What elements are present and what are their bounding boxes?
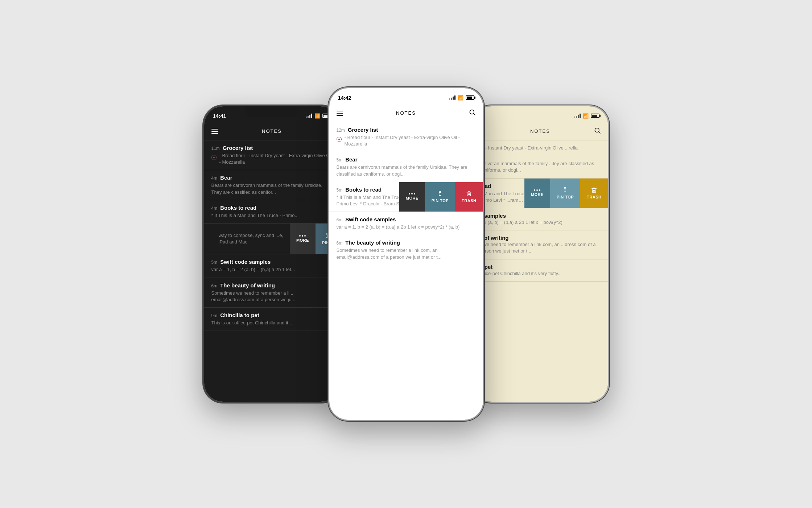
header-left-center[interactable] bbox=[337, 111, 343, 116]
pin-icon-right bbox=[562, 187, 568, 193]
pin-icon-grocery-center bbox=[337, 137, 342, 142]
app-header-right: NOTES bbox=[473, 122, 608, 140]
swipe-pin-btn-right[interactable]: PIN TOP bbox=[550, 179, 580, 208]
header-right-center[interactable] bbox=[469, 108, 476, 118]
swipe-more-btn-left[interactable]: MORE bbox=[290, 224, 316, 254]
swipe-trash-label-center: TRASH bbox=[462, 198, 476, 203]
svg-point-3 bbox=[470, 110, 474, 114]
hamburger-menu-left[interactable] bbox=[211, 129, 218, 134]
phone-center: 14:42 📶 bbox=[328, 87, 484, 421]
screen-right: 📶 NOTES bbox=[473, 106, 608, 402]
note-title-grocery-left: Grocery list bbox=[223, 145, 253, 151]
wifi-icon-right: 📶 bbox=[583, 113, 589, 119]
note-preview-beauty-left: Sometimes we need to remember a li... em… bbox=[211, 290, 333, 303]
trash-icon-right bbox=[591, 187, 597, 193]
note-item-beauty-right[interactable]: y of writing s we need to remember a lin… bbox=[473, 230, 608, 259]
note-title-bear-left: Bear bbox=[220, 175, 232, 181]
pin-icon-grocery-left bbox=[211, 155, 217, 160]
note-item-swift-left[interactable]: 5m Swift code samples var a = 1, b = 2 (… bbox=[204, 254, 340, 278]
phone-right: 📶 NOTES bbox=[471, 105, 609, 403]
phone-left: 14:41 📶 bbox=[203, 105, 341, 403]
time-center: 14:42 bbox=[338, 95, 351, 101]
svg-point-10 bbox=[564, 188, 566, 189]
note-item-books-right[interactable]: read o Man and The Truce - Primo Levi * … bbox=[473, 179, 608, 208]
note-item-swiped-left[interactable]: way to compose, sync and ...e, iPad and … bbox=[204, 224, 340, 254]
more-dots-icon-left bbox=[299, 235, 306, 237]
note-title-beauty-center: The beauty of writing bbox=[345, 239, 400, 246]
note-preview-chincilla-right: office-pet Chinchilla and it's very fluf… bbox=[480, 270, 601, 277]
header-title-left: NOTES bbox=[262, 128, 282, 134]
note-title-books-center: Books to read bbox=[345, 187, 382, 193]
hamburger-menu-center[interactable] bbox=[337, 111, 343, 116]
notch-right bbox=[513, 106, 568, 117]
note-time-beauty-left: 6m bbox=[211, 283, 218, 288]
svg-line-4 bbox=[473, 114, 475, 115]
search-button-center[interactable] bbox=[469, 108, 476, 118]
svg-point-8 bbox=[595, 128, 599, 132]
note-item-chincilla-left[interactable]: 9m Chincilla to pet This is our office-p… bbox=[204, 308, 340, 331]
swipe-pin-label-right: PIN TOP bbox=[557, 195, 574, 199]
note-preview-bear-center: Bears are carnivoran mammals of the fami… bbox=[337, 164, 476, 177]
note-preview-bear-right: arnivoran mammals of the family ...ley a… bbox=[480, 160, 601, 173]
notes-list-right: ur - Instant Dry yeast - Extra-virgin Ol… bbox=[473, 140, 608, 402]
svg-point-5 bbox=[439, 191, 441, 193]
note-item-grocery-right[interactable]: ur - Instant Dry yeast - Extra-virgin Ol… bbox=[473, 140, 608, 156]
note-item-chincilla-right[interactable]: o pet office-pet Chinchilla and it's ver… bbox=[473, 259, 608, 282]
note-preview-beauty-right: s we need to remember a link.com, an ...… bbox=[480, 241, 601, 254]
notes-list-center: 12m Grocery list - Bread flour - Instant… bbox=[329, 122, 483, 420]
note-title-beauty-left: The beauty of writing bbox=[220, 282, 275, 288]
note-preview-grocery-right: ur - Instant Dry yeast - Extra-virgin Ol… bbox=[480, 145, 601, 151]
note-item-swift-right[interactable]: e samples = 2 (a, b) = (b,a) a 2b 1 let … bbox=[473, 208, 608, 230]
note-preview-bear-left: Bears are carnivoran mammals of the fami… bbox=[211, 182, 333, 195]
note-item-swift-center[interactable]: 6m Swift code samples var a = 1, b = 2 (… bbox=[329, 212, 483, 235]
note-item-books-left[interactable]: 4m Books to read * If This Is a Man and … bbox=[204, 200, 340, 224]
notch-left bbox=[245, 106, 299, 117]
wifi-icon-left: 📶 bbox=[314, 113, 320, 119]
trash-icon-center bbox=[466, 190, 472, 197]
note-item-beauty-left[interactable]: 6m The beauty of writing Sometimes we ne… bbox=[204, 278, 340, 308]
note-title-beauty-right: y of writing bbox=[480, 235, 509, 241]
note-time-grocery-center: 12m bbox=[337, 128, 345, 133]
note-preview-grocery-left: - Bread flour - Instant Dry yeast - Extr… bbox=[219, 152, 333, 165]
note-item-books-center[interactable]: 5m Books to read * If This Is a Man and … bbox=[329, 182, 483, 212]
pin-icon-center bbox=[437, 190, 443, 197]
swipe-more-btn-center[interactable]: MORE bbox=[399, 182, 425, 212]
swipe-pin-btn-center[interactable]: PIN TOP bbox=[425, 182, 455, 212]
note-item-grocery-center[interactable]: 12m Grocery list - Bread flour - Instant… bbox=[329, 122, 483, 152]
swipe-more-label-right: MORE bbox=[531, 192, 544, 197]
more-dots-icon-center bbox=[409, 193, 415, 194]
more-dots-icon-right bbox=[534, 189, 540, 191]
note-item-bear-center[interactable]: 5m Bear Bears are carnivoran mammals of … bbox=[329, 152, 483, 182]
swipe-trash-btn-right[interactable]: TRASH bbox=[580, 179, 608, 208]
note-preview-swift-right: = 2 (a, b) = (b,a) a 2b 1 let x = pow(y^… bbox=[480, 219, 601, 226]
header-title-center: NOTES bbox=[396, 110, 416, 116]
note-time-books-left: 4m bbox=[211, 206, 218, 211]
signal-icon-right bbox=[574, 114, 581, 118]
swipe-more-btn-right[interactable]: MORE bbox=[524, 179, 550, 208]
note-time-books-center: 5m bbox=[337, 188, 343, 193]
note-item-bear-right[interactable]: arnivoran mammals of the family ...ley a… bbox=[473, 156, 608, 178]
screen-left: 14:41 📶 bbox=[204, 106, 340, 402]
swipe-pin-label-center: PIN TOP bbox=[432, 198, 449, 203]
status-icons-left: 📶 bbox=[306, 113, 331, 119]
search-button-right[interactable] bbox=[594, 127, 601, 136]
note-title-chincilla-left: Chincilla to pet bbox=[220, 312, 259, 318]
swipe-actions-right: MORE PIN TOP TRASH bbox=[524, 179, 608, 208]
time-left: 14:41 bbox=[213, 113, 226, 119]
note-time-swift-left: 5m bbox=[211, 260, 218, 265]
note-item-grocery-left[interactable]: 11m Grocery list - Bread flour - Instant… bbox=[204, 140, 340, 170]
app-header-center: NOTES bbox=[329, 104, 483, 122]
note-preview-chincilla-left: This is our office-pet Chinchilla and it… bbox=[211, 320, 333, 326]
note-time-chincilla-left: 9m bbox=[211, 313, 218, 318]
note-title-books-left: Books to read bbox=[220, 205, 256, 211]
wifi-icon-center: 📶 bbox=[458, 95, 463, 101]
swipe-more-label-left: MORE bbox=[296, 238, 309, 242]
note-preview-books-left: * If This Is a Man and The Truce - Primo… bbox=[211, 212, 333, 219]
note-item-bear-left[interactable]: 4m Bear Bears are carnivoran mammals of … bbox=[204, 170, 340, 200]
swipe-actions-center: MORE PIN TOP TRASH bbox=[399, 182, 483, 212]
note-item-beauty-center[interactable]: 6m The beauty of writing Sometimes we ne… bbox=[329, 235, 483, 265]
header-left-area[interactable] bbox=[211, 129, 218, 134]
swipe-trash-btn-center[interactable]: TRASH bbox=[455, 182, 483, 212]
header-right-right[interactable] bbox=[594, 127, 601, 136]
notch-center bbox=[379, 88, 433, 99]
